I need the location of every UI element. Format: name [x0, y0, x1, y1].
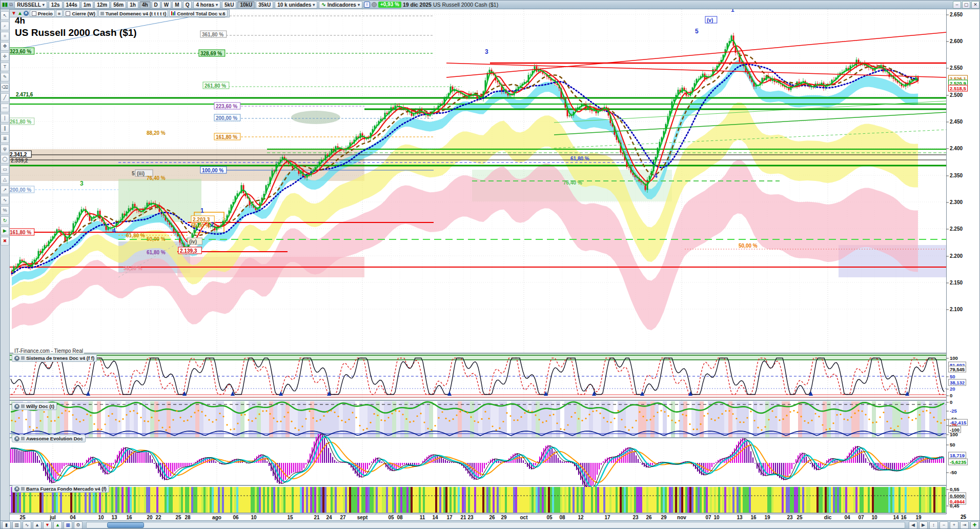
price-tick: 2.350	[950, 173, 963, 178]
close-button[interactable]: ✕	[971, 1, 979, 9]
units-select-label: 10 k unidades	[277, 2, 311, 8]
settings-icon[interactable]: ⚙	[74, 521, 83, 529]
svg-text:4: 4	[654, 172, 658, 179]
svg-text:223,60 %: 223,60 %	[216, 104, 237, 109]
window-controls: – ▢ ✕	[953, 1, 979, 9]
percent-icon[interactable]: %	[1, 206, 9, 215]
horizontal-line-icon[interactable]: ―	[1, 104, 9, 112]
timeframe-button-4h[interactable]: 4h	[139, 1, 151, 9]
pan-right-icon[interactable]: ▶	[919, 521, 928, 529]
timeframe-button-12s[interactable]: 12s	[49, 1, 63, 9]
app-logo-icon: ▮▮	[2, 2, 8, 8]
minimize-button[interactable]: –	[953, 1, 961, 9]
timeframe-dropdown[interactable]: 4 horas ▾	[193, 1, 220, 9]
timeframe-button-D[interactable]: D	[152, 1, 160, 9]
vertical-line-icon[interactable]: ❘	[1, 114, 9, 123]
panel-close-icon[interactable]: ✕	[14, 356, 19, 361]
info-icon[interactable]: i	[364, 2, 370, 8]
area-chart-icon[interactable]: ▲	[33, 521, 42, 529]
timeframe-button-1h[interactable]: 1h	[127, 1, 138, 9]
buy-arrow-icon[interactable]: ▲	[53, 521, 62, 529]
indicators-button[interactable]: ∿ Indicadores ▾	[319, 1, 362, 9]
fibonacci-icon[interactable]: ≣	[1, 134, 9, 143]
zoom-area-icon[interactable]: ⌗	[1, 32, 9, 40]
svg-text:361,80 %: 361,80 %	[202, 32, 223, 37]
control-chip[interactable]: Control Total Doc v.6	[169, 10, 227, 17]
pan-left-icon[interactable]: ◀	[909, 521, 917, 529]
timeframe-button-12m[interactable]: 12m	[94, 1, 110, 9]
timeframe-button-144s[interactable]: 144s	[64, 1, 80, 9]
timeframe-button-W[interactable]: W	[161, 1, 171, 9]
trendline-icon[interactable]: ╱	[1, 93, 9, 102]
timeframe-button-Q[interactable]: Q	[183, 1, 192, 9]
hand-icon[interactable]: ✥	[1, 42, 9, 51]
pointer-icon[interactable]: ↖	[1, 11, 9, 20]
price-tick: 2.500	[950, 92, 963, 98]
timeframe-button-1m[interactable]: 1m	[81, 1, 93, 9]
unit-button-10kU[interactable]: 10kU	[237, 1, 255, 9]
panel-close-icon[interactable]: ✕	[14, 436, 19, 441]
elliott-wave-icon[interactable]: ∿	[1, 196, 9, 205]
arrow-icon[interactable]: ↗	[1, 186, 9, 194]
panel-chip-4[interactable]: ✕Barra Fuerza Fondo Mercado v4 (f)	[12, 485, 109, 493]
panel-chip-1[interactable]: ✕Sistema de trenes Doc v4 (f f)	[12, 354, 97, 362]
time-tick: 16	[901, 515, 906, 520]
zoom-out-icon[interactable]: −	[940, 521, 948, 529]
horizontal-scrollbar[interactable]	[86, 522, 905, 528]
crosshair-icon[interactable]: ✛	[1, 52, 9, 61]
delete-icon[interactable]: ✖	[1, 237, 9, 246]
time-tick: 25	[175, 515, 181, 520]
time-tick: nov	[677, 515, 686, 520]
time-tick: 23	[467, 515, 473, 520]
time-tick: sept	[357, 515, 368, 520]
go-last-icon[interactable]: ⇥	[960, 521, 969, 529]
timeframe-button-M[interactable]: M	[172, 1, 181, 9]
unit-button-35kU[interactable]: 35kU	[256, 1, 273, 9]
svg-text:(v): (v)	[707, 17, 713, 23]
close-w-checkbox[interactable]	[66, 11, 70, 16]
unit-button-5kU[interactable]: 5kU	[222, 1, 236, 9]
data-provider-watermark: IT-Finance.com - Tiempo Real	[13, 348, 84, 354]
chart-canvas[interactable]: 400,00 %361,80 %323,60 %328,69 %261,80 %…	[10, 9, 946, 514]
svg-text:3: 3	[485, 48, 488, 55]
link-icon[interactable]: ⧉	[9, 2, 13, 8]
close-all-icon[interactable]: ✕	[24, 11, 29, 16]
sell-arrow-icon[interactable]: ▼	[43, 521, 52, 529]
zoom-in-2-icon[interactable]: +	[950, 521, 958, 529]
top-toolbar: ▮▮ ⧉ RUSSELL ▾ 12s144s1m12m56m1h4hDWMQ 4…	[1, 1, 980, 9]
candlestick-chart-icon[interactable]: ▮	[2, 521, 11, 529]
confirm-icon[interactable]: ▶	[1, 227, 9, 235]
panel-close-icon[interactable]: ✕	[14, 404, 19, 409]
triangle-icon[interactable]: △	[1, 175, 9, 184]
price-axis[interactable]: 2.6502.6002.5502.5002.4502.4002.3502.300…	[946, 9, 980, 520]
axis-value-label: 0,55	[950, 486, 959, 492]
layout-icon[interactable]: ▦	[64, 521, 72, 529]
add-icon[interactable]: ✚	[970, 521, 979, 529]
time-tick: 27	[340, 515, 345, 520]
panel-chip-3[interactable]: ✕Awesome Evolution Doc	[12, 435, 86, 442]
timeframe-button-56m[interactable]: 56m	[111, 1, 126, 9]
scrollbar-handle[interactable]	[107, 522, 144, 528]
ellipse-icon[interactable]: ◯	[1, 155, 9, 164]
time-axis-last[interactable]: 25	[946, 514, 980, 520]
pencil-icon[interactable]: ✎	[1, 73, 9, 82]
text-icon[interactable]: T	[1, 63, 9, 71]
units-dropdown[interactable]: 10 k unidades ▾	[275, 1, 317, 9]
bar-chart-icon[interactable]: ▥	[12, 521, 21, 529]
refresh-icon[interactable]: ↻	[1, 216, 9, 225]
maximize-button[interactable]: ▢	[962, 1, 970, 9]
eraser-icon[interactable]: ⌫	[1, 83, 9, 92]
zoom-in-icon[interactable]: ⌕	[1, 22, 9, 30]
symbol-dropdown[interactable]: RUSSELL ▾	[14, 1, 47, 9]
time-tick: 26	[489, 515, 495, 520]
price-checkbox[interactable]	[32, 11, 36, 16]
timeframe-select-label: 4 horas	[196, 2, 214, 8]
panel-close-icon[interactable]: ✕	[14, 486, 19, 492]
rectangle-icon[interactable]: ▭	[1, 165, 9, 174]
channel-icon[interactable]: ∥	[1, 124, 9, 133]
pitchfork-icon[interactable]: ψ	[1, 145, 9, 153]
panel-chip-2[interactable]: ✕Willy Doc (t)	[12, 402, 57, 410]
line-chart-icon[interactable]: ∿	[23, 521, 31, 529]
indicators-label: Indicadores	[328, 2, 356, 8]
fit-vertical-icon[interactable]: ↕	[929, 521, 938, 529]
